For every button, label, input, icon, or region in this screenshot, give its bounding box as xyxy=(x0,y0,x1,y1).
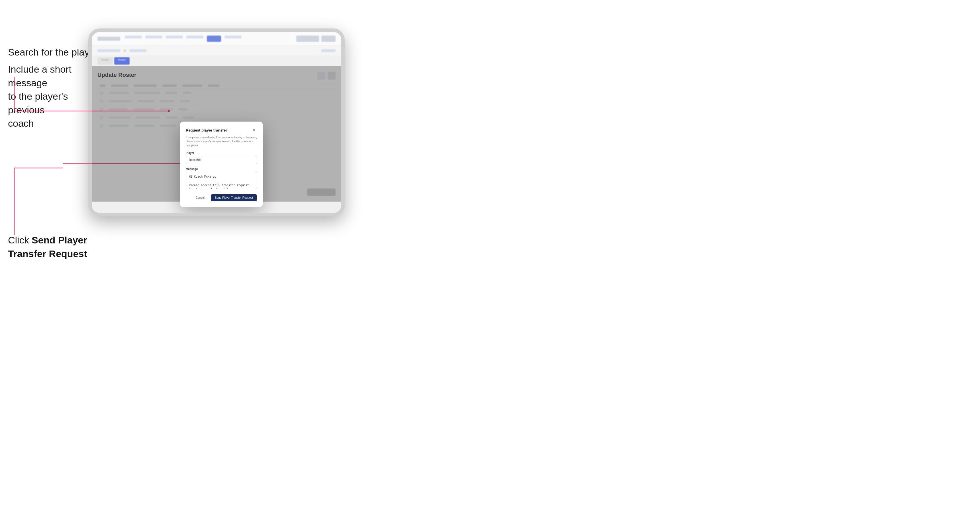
annotation-click: Click Send Player Transfer Request xyxy=(8,233,88,260)
nav-item-2 xyxy=(145,36,162,38)
nav-bar xyxy=(92,32,341,46)
tablet-device: Roster Roster Update Roster xyxy=(88,29,345,216)
nav-btn-1 xyxy=(296,36,319,42)
breadcrumb-right xyxy=(321,49,336,52)
tab-active: Roster xyxy=(114,57,130,65)
tab-bar: Roster Roster xyxy=(92,56,341,66)
nav-item-active xyxy=(207,36,221,42)
dialog-header: Request player transfer ✕ xyxy=(186,127,257,133)
sub-nav xyxy=(92,46,341,56)
cancel-button[interactable]: Cancel xyxy=(192,194,208,201)
nav-item-1 xyxy=(125,36,142,38)
player-input[interactable] xyxy=(186,156,257,164)
breadcrumb-sep xyxy=(124,49,126,52)
content-area: Update Roster xyxy=(92,66,341,202)
dialog-title: Request player transfer xyxy=(186,128,227,132)
modal-overlay: Request player transfer ✕ If the player … xyxy=(92,66,341,202)
dialog-actions: Cancel Send Player Transfer Request xyxy=(186,194,257,201)
close-button[interactable]: ✕ xyxy=(251,127,257,133)
nav-items xyxy=(125,36,292,42)
message-textarea[interactable]: Hi Coach McHarg, Please accept this tran… xyxy=(186,172,257,189)
tablet-screen: Roster Roster Update Roster xyxy=(92,32,341,213)
annotation-search: Search for the player. xyxy=(8,46,100,59)
nav-right xyxy=(296,36,336,42)
send-transfer-request-button[interactable]: Send Player Transfer Request xyxy=(211,194,257,201)
breadcrumb-1 xyxy=(97,49,120,52)
nav-item-5 xyxy=(224,36,242,38)
nav-btn-2 xyxy=(321,36,336,42)
player-field-label: Player xyxy=(186,151,257,155)
dialog-description: If the player is transferring from anoth… xyxy=(186,136,257,148)
breadcrumb-2 xyxy=(129,49,146,52)
nav-logo xyxy=(97,37,120,41)
nav-item-4 xyxy=(186,36,204,38)
tab-1: Roster xyxy=(97,57,113,65)
message-field-label: Message xyxy=(186,167,257,171)
annotation-message: Include a short message to the player's … xyxy=(8,63,88,130)
nav-item-3 xyxy=(166,36,183,38)
dialog: Request player transfer ✕ If the player … xyxy=(180,122,262,207)
